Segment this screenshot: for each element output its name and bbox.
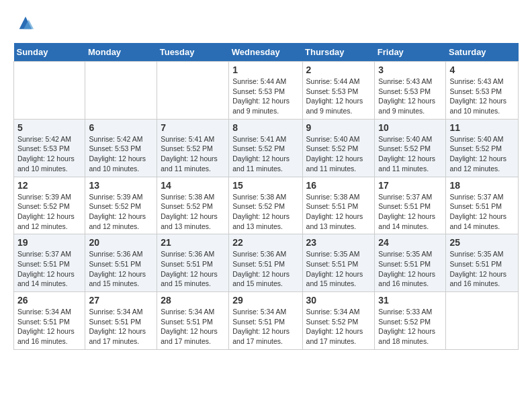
day-info: Sunrise: 5:44 AM Sunset: 5:53 PM Dayligh… [232,77,298,116]
day-number: 25 [449,237,515,248]
day-number: 22 [232,237,298,248]
calendar-cell [85,62,157,120]
calendar-week-row: 26Sunrise: 5:34 AM Sunset: 5:51 PM Dayli… [14,292,519,350]
header-wednesday: Wednesday [229,43,302,62]
day-number: 1 [232,64,298,75]
day-number: 8 [232,122,298,133]
day-info: Sunrise: 5:42 AM Sunset: 5:53 PM Dayligh… [89,134,153,174]
page-header [13,13,519,32]
calendar-cell [446,292,519,350]
calendar-week-row: 5Sunrise: 5:42 AM Sunset: 5:53 PM Daylig… [14,119,519,177]
header-monday: Monday [85,43,157,62]
calendar-cell: 16Sunrise: 5:38 AM Sunset: 5:51 PM Dayli… [302,177,375,234]
day-info: Sunrise: 5:35 AM Sunset: 5:51 PM Dayligh… [449,249,515,289]
day-number: 18 [449,180,515,191]
day-number: 24 [378,237,442,248]
calendar-week-row: 12Sunrise: 5:39 AM Sunset: 5:52 PM Dayli… [14,177,519,234]
day-number: 12 [17,180,81,191]
calendar-cell: 10Sunrise: 5:40 AM Sunset: 5:52 PM Dayli… [375,119,446,177]
calendar-cell: 29Sunrise: 5:34 AM Sunset: 5:51 PM Dayli… [229,292,302,350]
calendar-week-row: 19Sunrise: 5:37 AM Sunset: 5:51 PM Dayli… [14,234,519,292]
day-info: Sunrise: 5:37 AM Sunset: 5:51 PM Dayligh… [378,192,442,232]
day-number: 6 [89,122,153,133]
day-number: 28 [161,295,225,306]
calendar-cell [157,62,229,120]
calendar-cell: 1Sunrise: 5:44 AM Sunset: 5:53 PM Daylig… [229,62,302,120]
header-tuesday: Tuesday [157,43,229,62]
day-info: Sunrise: 5:35 AM Sunset: 5:51 PM Dayligh… [378,249,442,289]
calendar-cell: 11Sunrise: 5:40 AM Sunset: 5:52 PM Dayli… [446,119,519,177]
day-number: 21 [161,237,225,248]
calendar-cell: 31Sunrise: 5:33 AM Sunset: 5:52 PM Dayli… [375,292,446,350]
calendar-cell: 25Sunrise: 5:35 AM Sunset: 5:51 PM Dayli… [446,234,519,292]
calendar-header-row: SundayMondayTuesdayWednesdayThursdayFrid… [14,43,519,62]
day-info: Sunrise: 5:41 AM Sunset: 5:52 PM Dayligh… [161,134,225,174]
day-info: Sunrise: 5:34 AM Sunset: 5:51 PM Dayligh… [232,307,298,347]
day-info: Sunrise: 5:41 AM Sunset: 5:52 PM Dayligh… [232,134,298,174]
calendar-cell: 26Sunrise: 5:34 AM Sunset: 5:51 PM Dayli… [14,292,85,350]
day-info: Sunrise: 5:40 AM Sunset: 5:52 PM Dayligh… [378,134,442,174]
calendar-cell: 2Sunrise: 5:44 AM Sunset: 5:53 PM Daylig… [302,62,375,120]
day-info: Sunrise: 5:35 AM Sunset: 5:51 PM Dayligh… [306,249,371,289]
day-number: 29 [232,295,298,306]
day-info: Sunrise: 5:42 AM Sunset: 5:53 PM Dayligh… [17,134,81,174]
day-number: 31 [378,295,442,306]
day-info: Sunrise: 5:36 AM Sunset: 5:51 PM Dayligh… [232,249,298,289]
day-info: Sunrise: 5:43 AM Sunset: 5:53 PM Dayligh… [449,77,515,116]
calendar-cell: 28Sunrise: 5:34 AM Sunset: 5:51 PM Dayli… [157,292,229,350]
day-number: 3 [378,64,442,75]
calendar-cell: 12Sunrise: 5:39 AM Sunset: 5:52 PM Dayli… [14,177,85,234]
calendar-cell: 6Sunrise: 5:42 AM Sunset: 5:53 PM Daylig… [85,119,157,177]
day-number: 15 [232,180,298,191]
day-number: 2 [306,64,371,75]
logo [13,13,35,32]
header-sunday: Sunday [14,43,85,62]
day-info: Sunrise: 5:39 AM Sunset: 5:52 PM Dayligh… [89,192,153,232]
calendar-cell: 5Sunrise: 5:42 AM Sunset: 5:53 PM Daylig… [14,119,85,177]
day-number: 27 [89,295,153,306]
calendar-week-row: 1Sunrise: 5:44 AM Sunset: 5:53 PM Daylig… [14,62,519,120]
calendar-cell: 27Sunrise: 5:34 AM Sunset: 5:51 PM Dayli… [85,292,157,350]
day-info: Sunrise: 5:40 AM Sunset: 5:52 PM Dayligh… [306,134,371,174]
calendar-cell: 14Sunrise: 5:38 AM Sunset: 5:52 PM Dayli… [157,177,229,234]
calendar-cell: 9Sunrise: 5:40 AM Sunset: 5:52 PM Daylig… [302,119,375,177]
day-number: 30 [306,295,371,306]
day-number: 23 [306,237,371,248]
calendar-cell: 24Sunrise: 5:35 AM Sunset: 5:51 PM Dayli… [375,234,446,292]
day-info: Sunrise: 5:38 AM Sunset: 5:52 PM Dayligh… [161,192,225,232]
calendar-cell: 13Sunrise: 5:39 AM Sunset: 5:52 PM Dayli… [85,177,157,234]
day-info: Sunrise: 5:38 AM Sunset: 5:52 PM Dayligh… [232,192,298,232]
calendar-cell: 22Sunrise: 5:36 AM Sunset: 5:51 PM Dayli… [229,234,302,292]
day-info: Sunrise: 5:34 AM Sunset: 5:51 PM Dayligh… [89,307,153,347]
day-number: 10 [378,122,442,133]
day-number: 13 [89,180,153,191]
header-friday: Friday [375,43,446,62]
day-number: 7 [161,122,225,133]
day-info: Sunrise: 5:34 AM Sunset: 5:52 PM Dayligh… [306,307,371,347]
calendar-cell: 3Sunrise: 5:43 AM Sunset: 5:53 PM Daylig… [375,62,446,120]
calendar-cell: 8Sunrise: 5:41 AM Sunset: 5:52 PM Daylig… [229,119,302,177]
day-number: 26 [17,295,81,306]
day-info: Sunrise: 5:44 AM Sunset: 5:53 PM Dayligh… [306,77,371,116]
day-info: Sunrise: 5:36 AM Sunset: 5:51 PM Dayligh… [161,249,225,289]
day-info: Sunrise: 5:37 AM Sunset: 5:51 PM Dayligh… [449,192,515,232]
day-info: Sunrise: 5:36 AM Sunset: 5:51 PM Dayligh… [89,249,153,289]
day-number: 16 [306,180,371,191]
calendar-cell: 4Sunrise: 5:43 AM Sunset: 5:53 PM Daylig… [446,62,519,120]
day-number: 17 [378,180,442,191]
day-number: 5 [17,122,81,133]
calendar-cell: 30Sunrise: 5:34 AM Sunset: 5:52 PM Dayli… [302,292,375,350]
day-info: Sunrise: 5:37 AM Sunset: 5:51 PM Dayligh… [17,249,81,289]
calendar-cell: 7Sunrise: 5:41 AM Sunset: 5:52 PM Daylig… [157,119,229,177]
day-number: 11 [449,122,515,133]
day-info: Sunrise: 5:43 AM Sunset: 5:53 PM Dayligh… [378,77,442,116]
logo-icon [16,13,35,32]
calendar-cell: 19Sunrise: 5:37 AM Sunset: 5:51 PM Dayli… [14,234,85,292]
day-number: 4 [449,64,515,75]
day-number: 14 [161,180,225,191]
calendar-cell: 20Sunrise: 5:36 AM Sunset: 5:51 PM Dayli… [85,234,157,292]
day-info: Sunrise: 5:34 AM Sunset: 5:51 PM Dayligh… [17,307,81,347]
calendar-table: SundayMondayTuesdayWednesdayThursdayFrid… [13,43,519,350]
day-number: 19 [17,237,81,248]
day-info: Sunrise: 5:40 AM Sunset: 5:52 PM Dayligh… [449,134,515,174]
